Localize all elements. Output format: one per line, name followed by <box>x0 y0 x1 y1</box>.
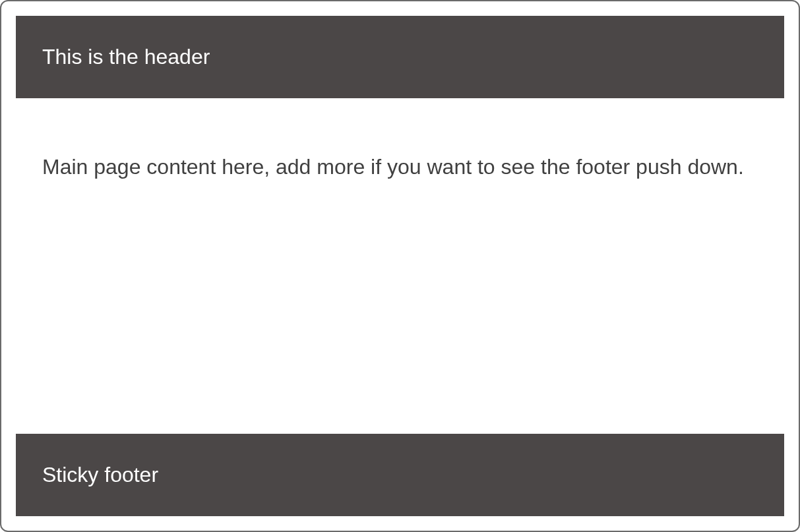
content-text: Main page content here, add more if you … <box>42 155 744 179</box>
page-footer: Sticky footer <box>16 434 784 516</box>
page-header: This is the header <box>16 16 784 98</box>
main-content: Main page content here, add more if you … <box>16 98 784 434</box>
footer-text: Sticky footer <box>42 463 158 487</box>
header-text: This is the header <box>42 45 210 69</box>
page-container: This is the header Main page content her… <box>0 0 800 532</box>
